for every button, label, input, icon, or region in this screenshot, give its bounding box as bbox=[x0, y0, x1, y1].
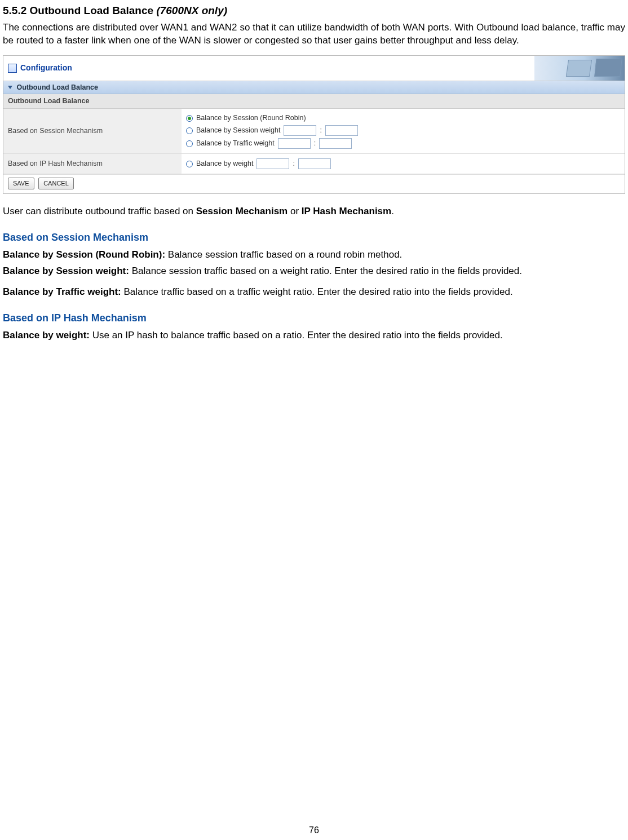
row-label-iphash: Based on IP Hash Mechanism bbox=[3, 154, 182, 174]
label-balance-by-weight: Balance by weight: bbox=[3, 330, 90, 341]
heading-iphash-mechanism: Based on IP Hash Mechanism bbox=[3, 311, 625, 325]
radio-icon[interactable] bbox=[186, 161, 193, 167]
intro-paragraph: The connections are distributed over WAN… bbox=[3, 21, 625, 47]
table-row: Based on Session Mechanism Balance by Se… bbox=[3, 109, 625, 153]
section-subtitle: (7600NX only) bbox=[156, 5, 227, 16]
row-options-session: Balance by Session (Round Robin) Balance… bbox=[182, 109, 625, 153]
row-options-iphash: Balance by weight : bbox=[182, 154, 625, 174]
option-session-weight[interactable]: Balance by Session weight : bbox=[186, 124, 620, 137]
button-bar: SAVE CANCEL bbox=[3, 174, 625, 193]
radio-icon[interactable] bbox=[186, 127, 193, 134]
section-title: Outbound Load Balance bbox=[30, 5, 154, 16]
section-heading: 5.5.2 Outbound Load Balance (7600NX only… bbox=[3, 3, 625, 18]
page-number: 76 bbox=[0, 824, 628, 837]
config-header-icon bbox=[8, 64, 17, 73]
save-button[interactable]: SAVE bbox=[8, 178, 34, 189]
distribute-bold-session: Session Mechanism bbox=[196, 206, 288, 216]
text-balance-traffic-weight: Balance traffic based on a traffic weigh… bbox=[121, 286, 513, 297]
option-label: Balance by Traffic weight bbox=[196, 139, 275, 148]
distribute-mid: or bbox=[288, 206, 302, 216]
label-balance-traffic-weight: Balance by Traffic weight: bbox=[3, 286, 121, 297]
option-traffic-weight[interactable]: Balance by Traffic weight : bbox=[186, 137, 620, 150]
para-balance-traffic-weight: Balance by Traffic weight: Balance traff… bbox=[3, 286, 625, 299]
distribute-bold-iphash: IP Hash Mechanism bbox=[302, 206, 391, 216]
radio-icon[interactable] bbox=[186, 140, 193, 147]
config-header-title-wrap: Configuration bbox=[8, 63, 72, 73]
distribute-prefix: User can distribute outbound traffic bas… bbox=[3, 206, 196, 216]
traffic-weight-input-1[interactable] bbox=[278, 138, 311, 149]
section-bar[interactable]: Outbound Load Balance bbox=[3, 81, 625, 95]
text-balance-session-rr: Balance session traffic based on a round… bbox=[165, 249, 402, 260]
option-balance-weight[interactable]: Balance by weight : bbox=[186, 157, 620, 170]
para-balance-by-weight: Balance by weight: Use an IP hash to bal… bbox=[3, 329, 625, 342]
session-weight-input-2[interactable] bbox=[325, 125, 358, 136]
ratio-separator: : bbox=[293, 159, 294, 169]
session-weight-input-1[interactable] bbox=[284, 125, 316, 136]
ratio-separator: : bbox=[320, 126, 321, 135]
row-label-session: Based on Session Mechanism bbox=[3, 109, 182, 153]
subsection-bar: Outbound Load Balance bbox=[3, 94, 625, 109]
text-balance-session-weight: Balance session traffic based on a weigh… bbox=[129, 266, 522, 276]
heading-session-mechanism: Based on Session Mechanism bbox=[3, 231, 625, 244]
label-balance-session-weight: Balance by Session weight: bbox=[3, 266, 129, 276]
option-label: Balance by weight bbox=[196, 159, 253, 169]
traffic-weight-input-2[interactable] bbox=[319, 138, 352, 149]
config-header-title: Configuration bbox=[20, 63, 72, 73]
para-balance-session-weight: Balance by Session weight: Balance sessi… bbox=[3, 265, 625, 278]
distribute-paragraph: User can distribute outbound traffic bas… bbox=[3, 205, 625, 218]
header-decoration bbox=[534, 56, 625, 81]
radio-icon[interactable] bbox=[186, 115, 193, 122]
ratio-separator: : bbox=[314, 139, 316, 148]
balance-weight-input-1[interactable] bbox=[256, 158, 289, 169]
config-screenshot: Configuration Outbound Load Balance Outb… bbox=[3, 55, 625, 194]
distribute-suffix: . bbox=[391, 206, 394, 216]
option-session-roundrobin[interactable]: Balance by Session (Round Robin) bbox=[186, 112, 620, 124]
option-label: Balance by Session weight bbox=[196, 126, 280, 135]
text-balance-by-weight: Use an IP hash to balance traffic based … bbox=[90, 330, 503, 341]
chevron-down-icon bbox=[8, 86, 12, 89]
balance-weight-input-2[interactable] bbox=[298, 158, 331, 169]
option-label: Balance by Session (Round Robin) bbox=[196, 113, 306, 123]
table-row: Based on IP Hash Mechanism Balance by we… bbox=[3, 154, 625, 174]
para-balance-session-rr: Balance by Session (Round Robin): Balanc… bbox=[3, 249, 625, 262]
cancel-button[interactable]: CANCEL bbox=[38, 178, 74, 189]
config-table: Based on Session Mechanism Balance by Se… bbox=[3, 109, 625, 174]
label-balance-session-rr: Balance by Session (Round Robin): bbox=[3, 249, 165, 260]
config-window-header: Configuration bbox=[3, 56, 625, 81]
section-number: 5.5.2 bbox=[3, 5, 26, 16]
section-bar-label: Outbound Load Balance bbox=[16, 83, 98, 91]
